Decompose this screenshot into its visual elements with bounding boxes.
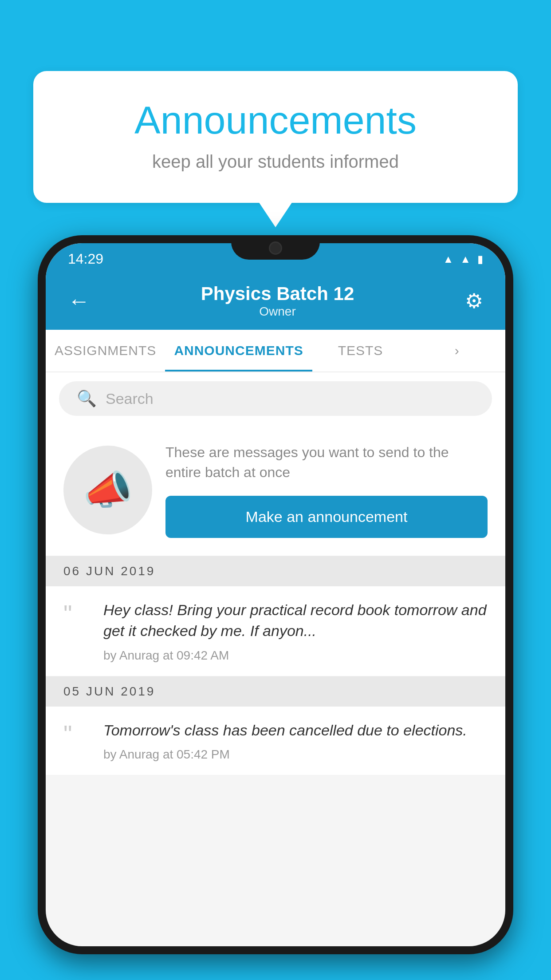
batch-subtitle: Owner: [201, 304, 354, 319]
search-placeholder: Search: [106, 390, 153, 407]
search-container: 🔍 Search: [46, 372, 505, 425]
wifi-icon: [443, 252, 453, 266]
announcement-content-1: Hey class! Bring your practical record b…: [103, 600, 488, 663]
tabs-container: ASSIGNMENTS ANNOUNCEMENTS TESTS ›: [46, 330, 505, 372]
settings-button[interactable]: ⚙: [465, 289, 483, 313]
date-text-1: 06 JUN 2019: [63, 564, 155, 578]
announcement-description: These are messages you want to send to t…: [165, 443, 488, 482]
date-divider-2: 05 JUN 2019: [46, 676, 505, 707]
megaphone-icon: 📣: [83, 467, 133, 514]
tab-tests[interactable]: TESTS: [312, 330, 409, 371]
date-text-2: 05 JUN 2019: [63, 684, 155, 698]
announcement-item-2[interactable]: " Tomorrow's class has been cancelled du…: [46, 707, 505, 776]
search-icon: 🔍: [77, 389, 97, 408]
battery-icon: [477, 252, 483, 266]
status-time: 14:29: [68, 251, 103, 267]
phone-frame: 14:29 ← Physics Batch 12 Owner ⚙: [38, 235, 513, 954]
front-camera: [269, 241, 282, 255]
phone-notch: [231, 235, 320, 260]
announcement-content-2: Tomorrow's class has been cancelled due …: [103, 720, 488, 762]
signal-icon: [460, 252, 471, 266]
speech-bubble-card: Announcements keep all your students inf…: [33, 71, 518, 203]
tab-announcements[interactable]: ANNOUNCEMENTS: [165, 330, 312, 371]
announcement-right: These are messages you want to send to t…: [165, 443, 488, 538]
search-bar[interactable]: 🔍 Search: [59, 381, 492, 416]
announcement-text-2: Tomorrow's class has been cancelled due …: [103, 720, 488, 741]
announcement-meta-2: by Anurag at 05:42 PM: [103, 747, 488, 762]
phone-screen: 14:29 ← Physics Batch 12 Owner ⚙: [46, 243, 505, 946]
announcement-prompt: 📣 These are messages you want to send to…: [46, 425, 505, 556]
quote-icon-2: ": [63, 720, 90, 747]
phone-container: 14:29 ← Physics Batch 12 Owner ⚙: [38, 235, 513, 980]
back-button[interactable]: ←: [68, 288, 90, 314]
announcement-item-1[interactable]: " Hey class! Bring your practical record…: [46, 586, 505, 676]
bubble-title: Announcements: [69, 98, 482, 143]
header-title-section: Physics Batch 12 Owner: [201, 283, 354, 319]
speech-bubble-section: Announcements keep all your students inf…: [33, 71, 518, 203]
bubble-subtitle: keep all your students informed: [69, 152, 482, 172]
quote-icon-1: ": [63, 600, 90, 626]
announcement-meta-1: by Anurag at 09:42 AM: [103, 648, 488, 663]
tab-assignments[interactable]: ASSIGNMENTS: [46, 330, 165, 371]
tab-more[interactable]: ›: [409, 330, 505, 371]
megaphone-circle: 📣: [63, 446, 152, 534]
batch-title: Physics Batch 12: [201, 283, 354, 304]
announcement-text-1: Hey class! Bring your practical record b…: [103, 600, 488, 642]
status-icons: [443, 252, 483, 266]
make-announcement-button[interactable]: Make an announcement: [165, 496, 488, 538]
app-header: ← Physics Batch 12 Owner ⚙: [46, 274, 505, 330]
date-divider-1: 06 JUN 2019: [46, 556, 505, 586]
